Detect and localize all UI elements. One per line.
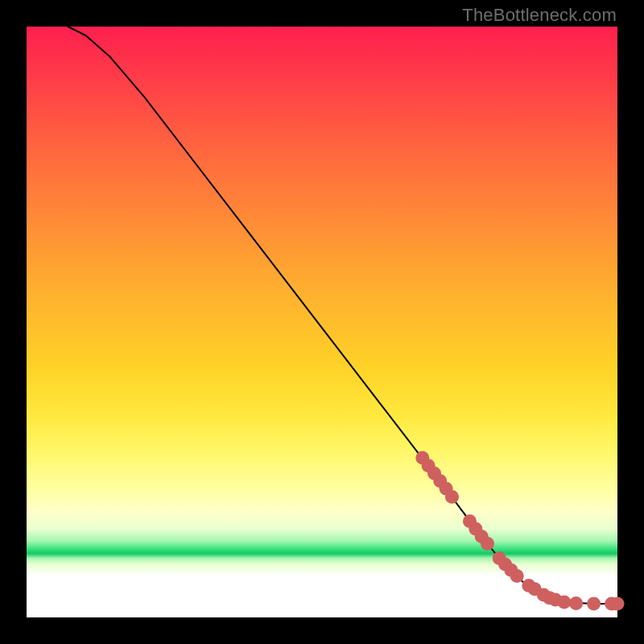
plot-area — [27, 27, 617, 617]
data-marker — [587, 597, 601, 611]
data-marker — [557, 595, 571, 609]
data-marker — [611, 597, 625, 611]
data-marker — [445, 490, 459, 504]
curve-svg — [27, 27, 617, 617]
chart-frame: TheBottleneck.com — [0, 0, 644, 644]
bottleneck-curve — [68, 27, 617, 604]
attribution-text: TheBottleneck.com — [462, 5, 617, 26]
data-marker — [481, 537, 494, 551]
data-marker — [569, 597, 583, 610]
data-marker — [510, 569, 524, 583]
marker-group — [415, 451, 624, 610]
